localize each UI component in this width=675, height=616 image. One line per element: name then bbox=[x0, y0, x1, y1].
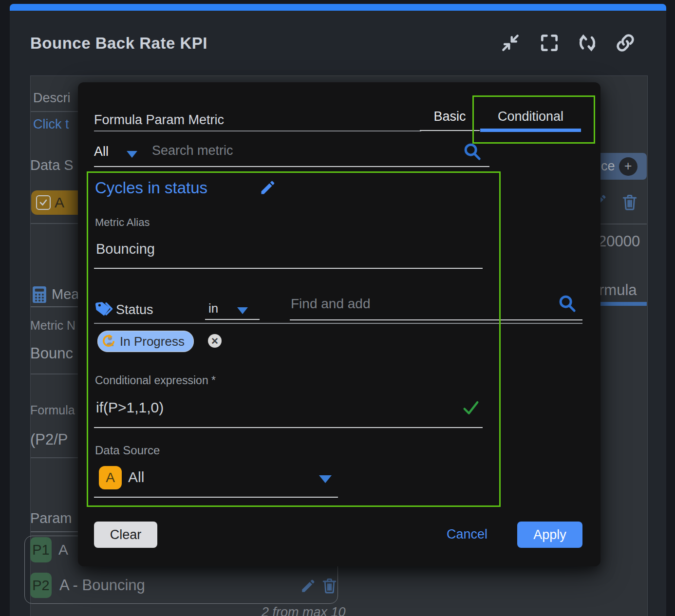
operator-dropdown[interactable]: in bbox=[208, 301, 218, 316]
data-source-label: Data Source bbox=[95, 444, 160, 457]
param-value-p2: A - Bouncing bbox=[59, 577, 145, 594]
search-icon[interactable] bbox=[463, 142, 482, 163]
chevron-down-icon[interactable] bbox=[319, 475, 332, 483]
metric-alias-label: Metric Alias bbox=[95, 216, 150, 229]
divider bbox=[31, 457, 78, 458]
tab-basic[interactable]: Basic bbox=[420, 109, 480, 124]
selected-metric-name: Cycles in status bbox=[95, 179, 207, 197]
apply-button[interactable]: Apply bbox=[517, 522, 582, 548]
find-and-add-input[interactable] bbox=[290, 296, 496, 312]
divider bbox=[31, 111, 78, 112]
data-source-chip-letter: A bbox=[55, 194, 64, 211]
search-icon[interactable] bbox=[558, 294, 577, 315]
param-edit-pencil-icon[interactable] bbox=[300, 578, 317, 596]
status-chip-in-progress[interactable]: In Progress bbox=[97, 331, 194, 352]
metric-name-label: Metric N bbox=[30, 318, 75, 333]
description-link[interactable]: Click t bbox=[33, 117, 69, 132]
page-title: Bounce Back Rate KPI bbox=[30, 34, 207, 53]
formula-tab-indicator bbox=[600, 302, 647, 306]
data-source-dropdown[interactable]: All bbox=[128, 469, 144, 485]
divider bbox=[31, 373, 78, 374]
metric-name-value: Bounc bbox=[30, 345, 73, 362]
screen: Bounce Back Rate KPI Descri Click t Data… bbox=[0, 0, 675, 616]
conditional-expression-input[interactable] bbox=[95, 399, 389, 416]
tab-conditional[interactable]: Conditional bbox=[480, 109, 581, 124]
chevron-down-icon[interactable] bbox=[237, 307, 248, 314]
description-label: Descri bbox=[33, 91, 71, 106]
remove-chip-icon[interactable]: ✕ bbox=[208, 334, 222, 348]
fullscreen-icon[interactable] bbox=[539, 32, 560, 54]
add-data-source-label: ce bbox=[601, 159, 615, 174]
measures-heading: Mea bbox=[52, 286, 79, 302]
dialog-title: Formula Param Metric bbox=[94, 112, 224, 128]
tab-formula[interactable]: rmula bbox=[599, 281, 637, 299]
edit-metric-pencil-icon[interactable] bbox=[259, 179, 277, 198]
divider bbox=[31, 223, 78, 224]
formula-value: (P2/P bbox=[30, 431, 68, 448]
refresh-icon[interactable] bbox=[577, 32, 598, 54]
trash-icon[interactable] bbox=[620, 193, 639, 213]
parameters-heading: Param bbox=[30, 510, 72, 526]
data-source-badge: A bbox=[99, 466, 122, 489]
search-metric-input[interactable] bbox=[151, 143, 426, 159]
param-badge-p1: P1 bbox=[30, 537, 52, 562]
tag-icon bbox=[94, 299, 113, 321]
valid-check-icon bbox=[461, 398, 481, 419]
chevron-down-icon[interactable] bbox=[127, 151, 137, 158]
metric-alias-input[interactable] bbox=[95, 241, 340, 258]
metric-filter-dropdown[interactable]: All bbox=[94, 144, 109, 159]
divider bbox=[31, 531, 78, 532]
param-trash-icon[interactable] bbox=[320, 577, 338, 597]
tab-basic-underline bbox=[420, 130, 480, 131]
collapse-icon[interactable] bbox=[500, 32, 521, 54]
link-icon[interactable] bbox=[615, 32, 636, 54]
data-source-heading: Data S bbox=[30, 157, 74, 173]
bucket-value: 20000 bbox=[598, 233, 640, 250]
checkbox-checked-icon[interactable] bbox=[36, 195, 51, 210]
tab-conditional-active-indicator bbox=[480, 129, 581, 132]
formula-label: Formula bbox=[30, 403, 75, 417]
divider bbox=[600, 224, 647, 224]
divider bbox=[31, 306, 78, 307]
status-chip-label: In Progress bbox=[120, 334, 185, 349]
plus-icon: + bbox=[619, 157, 638, 176]
window-accent-bar bbox=[10, 4, 666, 11]
in-progress-status-icon bbox=[101, 334, 115, 349]
cancel-button[interactable]: Cancel bbox=[447, 527, 488, 542]
calculator-icon bbox=[31, 285, 48, 306]
param-badge-p2: P2 bbox=[30, 573, 52, 598]
formula-param-metric-dialog: Formula Param Metric Basic Conditional A… bbox=[78, 82, 600, 566]
params-counter: 2 from max 10 bbox=[262, 605, 346, 616]
conditional-expression-label: Conditional expression * bbox=[95, 374, 216, 387]
status-field-label: Status bbox=[116, 302, 153, 317]
param-value-p1: A bbox=[58, 541, 68, 558]
clear-button[interactable]: Clear bbox=[94, 522, 157, 548]
